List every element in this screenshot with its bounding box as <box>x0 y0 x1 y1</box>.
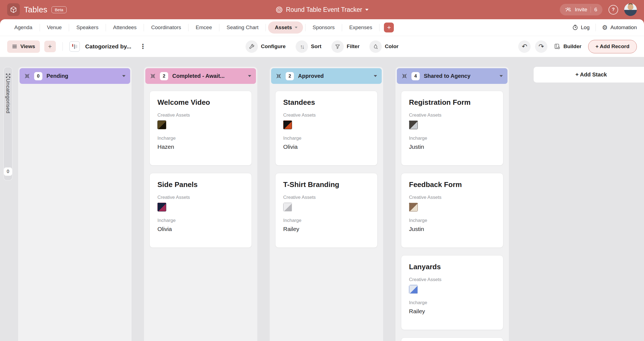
kanban-bar <box>76 45 77 48</box>
tab-agenda[interactable]: Agenda <box>7 19 40 36</box>
record-card-welcome-video[interactable]: Welcome VideoCreative AssetsInchargeHaze… <box>149 91 252 166</box>
incharge-value: Justin <box>409 144 495 150</box>
field-label-creative-assets: Creative Assets <box>409 195 495 200</box>
tab-coordinators[interactable]: Coordinators <box>144 19 188 36</box>
top-header: Tables Beta Round Table Event Tracker In… <box>0 0 644 19</box>
wrench-icon <box>245 40 258 53</box>
field-label-creative-assets: Creative Assets <box>157 112 244 118</box>
chevron-down-icon[interactable] <box>374 75 377 77</box>
record-card-side-panels[interactable]: Side PanelsCreative AssetsInchargeOlivia <box>149 173 252 248</box>
kanban-bar <box>72 44 73 47</box>
expand-stack-icon[interactable] <box>5 73 11 79</box>
record-card-feedback-form[interactable]: Feedback FormCreative AssetsInchargeJust… <box>401 173 503 248</box>
color-button[interactable]: Color <box>369 40 399 53</box>
tab-bar-actions: Log ⚙ Automation <box>572 24 637 31</box>
tab-expenses[interactable]: Expenses <box>342 19 379 36</box>
overflow-menu-icon[interactable]: ⋮ <box>140 43 146 50</box>
chevron-down-icon[interactable] <box>122 75 125 77</box>
add-view-button[interactable]: + <box>44 41 56 52</box>
attachment-thumbnail[interactable] <box>409 203 418 211</box>
field-label-incharge: Incharge <box>283 136 370 141</box>
stack-header[interactable]: 4Shared to Agency <box>397 68 507 84</box>
kanban-view-icon[interactable] <box>69 41 80 52</box>
hamburger-icon <box>12 44 17 49</box>
field-label-incharge: Incharge <box>157 218 244 223</box>
toolbar-center: Configure ↑↓ Sort Filter <box>245 40 399 53</box>
stack-cards: Welcome VideoCreative AssetsInchargeHaze… <box>144 85 257 253</box>
tab-divider <box>379 24 380 31</box>
invite-button[interactable]: Invite 6 <box>560 4 603 15</box>
chevron-down-icon[interactable] <box>248 75 251 77</box>
collapse-stack-icon[interactable] <box>24 73 30 79</box>
automation-button[interactable]: ⚙ Automation <box>602 24 637 31</box>
record-title: T-Shirt Branding <box>283 180 370 189</box>
record-card-t-shirt-branding[interactable]: T-Shirt BrandingCreative AssetsInchargeR… <box>275 173 378 248</box>
stack-count-badge: 2 <box>160 72 168 80</box>
attachment-thumbnail[interactable] <box>157 203 166 211</box>
attachment-thumbnail[interactable] <box>409 285 418 294</box>
stack-header[interactable]: 2Approved <box>271 68 382 84</box>
add-table-button[interactable]: + <box>384 23 394 32</box>
invite-label: Invite <box>575 7 587 13</box>
automation-gear-icon: ⚙ <box>602 24 608 31</box>
tab-sponsors[interactable]: Sponsors <box>305 19 342 36</box>
categorized-by-label[interactable]: Catogorized by... <box>85 43 132 50</box>
attachment-thumbnail[interactable] <box>157 120 166 129</box>
builder-icon <box>554 43 561 50</box>
add-stack-button[interactable]: + Add Stack <box>534 67 644 82</box>
kanban-board: Uncategorised 0 0Pending2Completed - Awa… <box>0 57 644 341</box>
attachment-thumbnail[interactable] <box>283 120 292 129</box>
add-record-button[interactable]: + Add Record <box>588 40 637 53</box>
record-card-lanyards[interactable]: LanyardsCreative AssetsInchargeRailey <box>401 255 503 330</box>
stack-shared-to-agency: 4Shared to AgencyRegistration FormCreati… <box>395 67 509 341</box>
help-button[interactable]: ? <box>608 5 618 15</box>
configure-button[interactable]: Configure <box>245 40 286 53</box>
record-card-standees[interactable]: StandeesCreative AssetsInchargeOlivia <box>275 91 378 166</box>
stack-name: Completed - Await... <box>172 73 244 79</box>
tables-logo-icon[interactable] <box>7 3 20 16</box>
record-card-partial[interactable] <box>401 337 503 341</box>
color-label: Color <box>385 43 399 50</box>
log-label: Log <box>581 24 590 31</box>
kanban-bar <box>74 44 75 49</box>
tab-assets[interactable]: Assets <box>268 21 303 34</box>
field-label-incharge: Incharge <box>409 218 495 223</box>
filter-button[interactable]: Filter <box>331 40 359 53</box>
stack-count-badge: 0 <box>4 167 12 176</box>
stack-cards: StandeesCreative AssetsInchargeOliviaT-S… <box>270 85 383 253</box>
builder-button[interactable]: Builder <box>554 43 581 50</box>
incharge-value: Olivia <box>283 144 370 150</box>
chevron-down-icon <box>365 9 369 11</box>
log-button[interactable]: Log <box>572 24 590 31</box>
beta-badge: Beta <box>51 6 67 13</box>
attachment-thumbnail[interactable] <box>283 203 292 211</box>
tab-emcee[interactable]: Emcee <box>189 19 219 36</box>
sort-button[interactable]: ↑↓ Sort <box>296 40 321 53</box>
tab-divider <box>266 24 266 31</box>
undo-button[interactable]: ↶ <box>518 40 531 53</box>
field-label-incharge: Incharge <box>409 300 495 306</box>
record-title: Feedback Form <box>409 180 495 189</box>
tab-seating-chart[interactable]: Seating Chart <box>219 19 266 36</box>
attachment-thumbnail[interactable] <box>409 120 418 129</box>
stack-header[interactable]: 2Completed - Await... <box>145 68 256 84</box>
record-card-registration-form[interactable]: Registration FormCreative AssetsIncharge… <box>401 91 503 166</box>
views-button[interactable]: Views <box>7 40 40 53</box>
uncategorised-stack-collapsed[interactable]: Uncategorised 0 <box>3 67 13 181</box>
user-avatar[interactable] <box>624 3 637 16</box>
tab-label: Assets <box>275 24 292 31</box>
incharge-value: Railey <box>409 308 495 315</box>
field-label-creative-assets: Creative Assets <box>283 195 370 200</box>
chevron-down-icon[interactable] <box>500 75 503 77</box>
toolbar-left: Views + Catogorized by... ⋮ <box>7 40 146 53</box>
stack-header[interactable]: 0Pending <box>20 68 130 84</box>
tab-speakers[interactable]: Speakers <box>69 19 105 36</box>
stack-count-badge: 2 <box>286 72 294 80</box>
collapse-stack-icon[interactable] <box>402 73 407 79</box>
redo-button[interactable]: ↷ <box>535 40 547 53</box>
collapse-stack-icon[interactable] <box>276 73 282 79</box>
tab-venue[interactable]: Venue <box>40 19 69 36</box>
tab-attendees[interactable]: Attendees <box>106 19 144 36</box>
collapse-stack-icon[interactable] <box>150 73 156 79</box>
workspace-switcher[interactable]: Round Table Event Tracker <box>275 0 369 19</box>
